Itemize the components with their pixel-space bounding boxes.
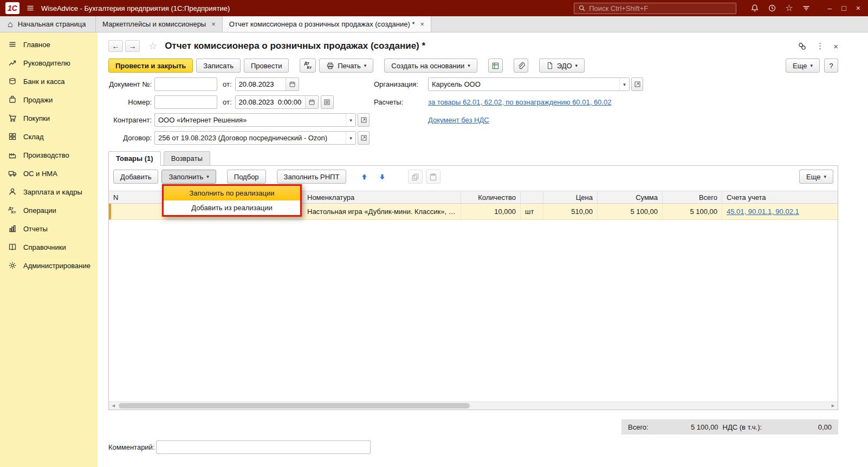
col-total[interactable]: Всего (663, 191, 722, 203)
sidebar-item-main[interactable]: Главное (0, 35, 98, 54)
col-accounts[interactable]: Счета учета (722, 191, 838, 203)
tab-returns[interactable]: Возвраты (164, 151, 210, 166)
sidebar-item-operations[interactable]: ДтКт Операции (0, 201, 98, 219)
main-menu-icon[interactable] (26, 4, 35, 12)
dtkt-button[interactable]: ДтКт (300, 59, 316, 73)
sidebar-item-sales[interactable]: Продажи (0, 90, 98, 109)
sidebar-item-manager[interactable]: Руководителю (0, 54, 98, 72)
sidebar-item-bank-cash[interactable]: Банк и касса (0, 72, 98, 90)
chevron-down-icon[interactable]: ▾ (619, 78, 629, 90)
doc-datetime-field[interactable] (235, 95, 319, 109)
calendar-icon[interactable] (305, 96, 318, 108)
close-window-button[interactable]: × (856, 4, 860, 12)
search-input[interactable] (589, 4, 732, 12)
menu-item-add-from-sales[interactable]: Добавить из реализации (164, 200, 300, 215)
fill-button[interactable]: Заполнить▾ (161, 170, 216, 184)
sidebar-item-administration[interactable]: Администрирование (0, 256, 98, 275)
chevron-down-icon[interactable]: ▾ (346, 132, 355, 144)
favorites-icon[interactable]: ☆ (785, 4, 793, 12)
more-menu-icon[interactable]: ⋮ (816, 41, 824, 51)
print-button[interactable]: Печать▾ (319, 59, 373, 73)
menu-item-fill-by-sales[interactable]: Заполнить по реализации (164, 186, 300, 200)
add-row-button[interactable]: Добавить (113, 170, 158, 184)
cell-sum[interactable]: 5 100,00 (598, 204, 663, 219)
open-counterparty-icon[interactable] (358, 113, 370, 127)
sidebar-item-warehouse[interactable]: Склад (0, 127, 98, 146)
sidebar-item-purchases[interactable]: Покупки (0, 109, 98, 127)
scrollbar-thumb[interactable] (119, 403, 470, 408)
from-label: от: (223, 80, 232, 88)
tab-goods[interactable]: Товары (1) (108, 151, 161, 166)
functions-panel-icon[interactable] (802, 4, 811, 12)
number-list-icon[interactable] (321, 95, 334, 109)
post-button[interactable]: Провести (244, 59, 289, 73)
doc-date-field[interactable] (235, 77, 299, 91)
attachments-button[interactable] (514, 59, 528, 73)
col-nomenclature[interactable]: Номенклатура (303, 191, 461, 203)
calendar-icon[interactable] (286, 78, 299, 90)
cell-quantity[interactable]: 10,000 (461, 204, 521, 219)
scroll-right-icon[interactable]: ▶ (829, 402, 837, 410)
forward-button[interactable]: → (125, 40, 140, 52)
create-based-on-button[interactable]: Создать на основании▾ (384, 59, 477, 73)
global-search[interactable] (574, 3, 736, 14)
counterparty-combo[interactable]: ООО «Интернет Решения» ▾ (154, 113, 356, 127)
col-quantity[interactable]: Количество (461, 191, 521, 203)
sidebar-item-salary-hr[interactable]: Зарплата и кадры (0, 183, 98, 201)
cell-unit[interactable]: шт (521, 204, 543, 219)
open-contract-icon[interactable] (358, 131, 370, 145)
organization-combo[interactable]: Карусель ООО ▾ (428, 77, 630, 91)
help-button[interactable]: ? (824, 59, 838, 73)
notifications-icon[interactable] (750, 4, 759, 12)
move-down-button[interactable] (375, 170, 390, 184)
cell-price[interactable]: 510,00 (543, 204, 598, 219)
history-icon[interactable] (768, 4, 776, 12)
settlements-link[interactable]: за товары 62.01, 62.02, по вознаграждени… (428, 98, 611, 106)
doc-date-input[interactable] (236, 78, 286, 90)
maximize-button[interactable]: □ (841, 4, 846, 12)
1c-logo[interactable]: 1С (5, 2, 20, 14)
more-button[interactable]: Еще▾ (786, 59, 820, 73)
contract-combo[interactable]: 256 от 19.08.2023 (Договор посреднически… (154, 131, 356, 145)
open-organization-icon[interactable] (631, 77, 643, 91)
sidebar-item-directories[interactable]: Справочники (0, 238, 98, 256)
scroll-left-icon[interactable]: ◀ (109, 402, 118, 410)
accounts-link[interactable]: 45.01, 90.01.1, 90.02.1 (727, 207, 799, 216)
move-up-button[interactable] (357, 170, 372, 184)
close-form-icon[interactable]: × (833, 42, 838, 51)
cell-nomenclature[interactable]: Настольная игра «Дублик-мини. Классик», … (303, 204, 461, 219)
favorite-star-icon[interactable]: ☆ (148, 40, 157, 52)
number-input[interactable] (154, 95, 217, 109)
comment-input[interactable] (156, 440, 371, 454)
sidebar-item-reports[interactable]: Отчеты (0, 219, 98, 238)
col-sum[interactable]: Сумма (598, 191, 663, 203)
related-reports-button[interactable] (488, 59, 503, 73)
tab-home[interactable]: ⌂ Начальная страница (0, 16, 96, 32)
minimize-button[interactable]: – (828, 4, 832, 12)
back-button[interactable]: ← (108, 40, 123, 52)
no-vat-link[interactable]: Документ без НДС (428, 116, 489, 124)
close-tab-icon[interactable]: × (211, 20, 216, 28)
write-button[interactable]: Записать (196, 59, 241, 73)
doc-datetime-input[interactable] (236, 96, 305, 108)
tab-commission-report[interactable]: Отчет комиссионера о розничных продажах … (223, 16, 431, 32)
pick-button[interactable]: Подбор (227, 170, 266, 184)
cell-total[interactable]: 5 100,00 (663, 204, 722, 219)
col-price[interactable]: Цена (543, 191, 598, 203)
sidebar-item-fixed-assets[interactable]: ОС и НМА (0, 164, 98, 183)
col-unit[interactable] (521, 191, 543, 203)
get-link-icon[interactable] (798, 42, 807, 51)
close-tab-icon[interactable]: × (420, 20, 425, 28)
post-and-close-button[interactable]: Провести и закрыть (108, 59, 193, 73)
fill-rnpt-button[interactable]: Заполнить РНПТ (277, 170, 347, 184)
doc-no-input[interactable] (154, 77, 217, 91)
edo-button[interactable]: ЭДО▾ (539, 59, 585, 73)
dtkt-icon: ДтКт (7, 206, 17, 214)
sidebar-item-production[interactable]: Производство (0, 146, 98, 164)
chevron-down-icon[interactable]: ▾ (346, 114, 355, 126)
table-more-button[interactable]: Еще▾ (799, 170, 833, 184)
tab-marketplaces[interactable]: Маркетплейсы и комиссионеры × (96, 16, 223, 32)
paste-rows-button[interactable] (426, 170, 441, 184)
horizontal-scrollbar[interactable]: ◀ ▶ (109, 401, 838, 410)
copy-rows-button[interactable] (408, 170, 423, 184)
